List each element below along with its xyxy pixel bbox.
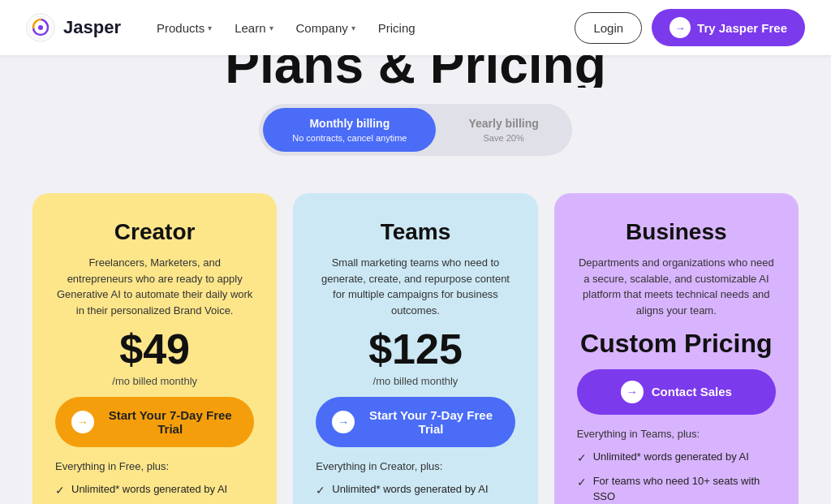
arrow-right-icon: → — [621, 381, 644, 403]
yearly-billing-option[interactable]: Yearly billing Save 20% — [439, 108, 567, 152]
list-item: ✓ Unlimited* words generated by AI — [577, 450, 776, 467]
navbar: Jasper Products ▾ Learn ▾ Company ▾ Pric… — [0, 0, 831, 55]
creator-plan-card: Creator Freelancers, Marketers, and entr… — [32, 193, 277, 504]
nav-item-learn[interactable]: Learn ▾ — [225, 15, 282, 41]
nav-item-products[interactable]: Products ▾ — [147, 15, 222, 41]
business-feature-list: ✓ Unlimited* words generated by AI ✓ For… — [577, 450, 776, 504]
checkmark-icon: ✓ — [316, 483, 325, 499]
list-item: ✓ For teams who need 10+ seats with SSO — [577, 474, 776, 503]
nav-item-pricing[interactable]: Pricing — [368, 15, 425, 41]
creator-plan-billing: /mo billed monthly — [55, 375, 254, 387]
arrow-right-icon: → — [670, 17, 691, 38]
arrow-right-icon: → — [332, 411, 355, 433]
creator-plan-title: Creator — [55, 219, 254, 245]
billing-toggle: Monthly billing No contracts, cancel any… — [259, 104, 572, 156]
creator-everything-label: Everything in Free, plus: — [55, 460, 254, 472]
logo[interactable]: Jasper — [26, 13, 121, 42]
nav-links: Products ▾ Learn ▾ Company ▾ Pricing — [147, 15, 425, 41]
business-plan-desc: Departments and organizations who need a… — [577, 255, 776, 318]
logo-icon — [26, 13, 55, 42]
chevron-down-icon: ▾ — [269, 24, 273, 32]
creator-plan-desc: Freelancers, Marketers, and entrepreneur… — [55, 255, 254, 318]
chevron-down-icon: ▾ — [351, 24, 355, 32]
billing-toggle-wrapper: Monthly billing No contracts, cancel any… — [0, 88, 831, 169]
navbar-left: Jasper Products ▾ Learn ▾ Company ▾ Pric… — [26, 13, 425, 42]
teams-plan-title: Teams — [316, 219, 515, 245]
try-jasper-button[interactable]: → Try Jasper Free — [652, 9, 805, 46]
chevron-down-icon: ▾ — [208, 24, 212, 32]
teams-plan-card: Teams Small marketing teams who need to … — [293, 193, 537, 504]
teams-plan-desc: Small marketing teams who need to genera… — [316, 255, 515, 318]
teams-plan-cta[interactable]: → Start Your 7-Day Free Trial — [316, 397, 515, 447]
list-item: ✓ Unlimited* words generated by AI — [316, 482, 515, 499]
arrow-right-icon: → — [71, 411, 94, 433]
creator-plan-cta[interactable]: → Start Your 7-Day Free Trial — [55, 397, 254, 447]
list-item: ✓ Unlimited* words generated by AI — [55, 482, 254, 499]
teams-everything-label: Everything in Creator, plus: — [316, 460, 515, 472]
creator-feature-list: ✓ Unlimited* words generated by AI ✓ 1 s… — [55, 482, 254, 504]
business-everything-label: Everything in Teams, plus: — [577, 428, 776, 440]
teams-feature-list: ✓ Unlimited* words generated by AI ✓ 3 s… — [316, 482, 515, 504]
checkmark-icon: ✓ — [577, 450, 587, 467]
business-plan-price: Custom Pricing — [577, 328, 776, 359]
login-button[interactable]: Login — [575, 12, 642, 44]
page-title: Plans & Pricing — [0, 55, 831, 88]
page-header: Plans & Pricing — [0, 55, 831, 88]
business-plan-card: Business Departments and organizations w… — [554, 193, 799, 504]
checkmark-icon: ✓ — [55, 483, 65, 499]
svg-point-2 — [38, 25, 43, 30]
cards-container: Creator Freelancers, Marketers, and entr… — [32, 193, 799, 504]
checkmark-icon: ✓ — [577, 475, 587, 491]
nav-item-company[interactable]: Company ▾ — [286, 15, 365, 41]
pricing-section: Creator Freelancers, Marketers, and entr… — [0, 169, 831, 504]
business-plan-title: Business — [577, 219, 776, 245]
teams-plan-price: $125 — [316, 328, 515, 370]
monthly-billing-option[interactable]: Monthly billing No contracts, cancel any… — [263, 108, 436, 152]
creator-plan-price: $49 — [55, 328, 254, 370]
business-plan-cta[interactable]: → Contact Sales — [577, 369, 776, 415]
logo-wordmark: Jasper — [63, 17, 121, 38]
teams-plan-billing: /mo billed monthly — [316, 375, 515, 387]
navbar-right: Login → Try Jasper Free — [575, 9, 805, 46]
